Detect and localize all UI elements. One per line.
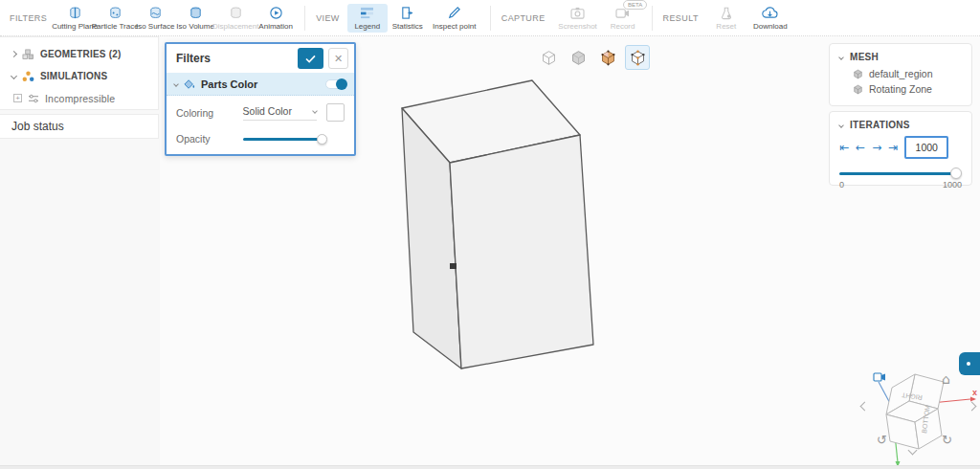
parts-color-toggle[interactable] (325, 79, 346, 89)
tree-item-geometries[interactable]: GEOMETRIES (2) (0, 43, 158, 65)
mesh-panel-header[interactable]: MESH (830, 44, 971, 66)
slider-handle[interactable] (317, 134, 327, 145)
parts-color-row[interactable]: Parts Color (167, 73, 354, 96)
model-box[interactable] (397, 72, 608, 378)
iterations-range: 0 1000 (830, 179, 971, 190)
toggle-knob (336, 78, 347, 90)
slider-track (839, 172, 958, 175)
chevron-down-icon (312, 108, 318, 114)
toolbar-separator (652, 6, 653, 31)
particle-trace-icon (108, 6, 122, 20)
mesh-panel-title: MESH (850, 52, 879, 62)
previous-iteration-button[interactable]: ← (856, 142, 865, 153)
mesh-panel: MESH default_region Rotating Zone (829, 43, 972, 106)
mesh-item-label: default_region (869, 68, 933, 79)
tool-displacement[interactable]: Displacement (215, 4, 256, 33)
toolbar-separator (304, 6, 305, 31)
next-iteration-button[interactable]: → (872, 142, 881, 153)
tool-label: Download (753, 22, 788, 31)
tool-label: Reset (716, 22, 736, 31)
apply-button[interactable] (298, 48, 323, 69)
coloring-dropdown[interactable]: Solid Color (243, 105, 318, 121)
tool-label: Record (611, 22, 635, 31)
record-icon: BETA (615, 6, 630, 20)
mesh-item-rotating-zone[interactable]: Rotating Zone (830, 81, 971, 97)
tool-iso-surface[interactable]: Iso Surface (135, 4, 175, 33)
tool-inspect-point[interactable]: Inspect point (428, 4, 481, 33)
tool-label: Inspect point (433, 22, 476, 31)
parts-color-label: Parts Color (201, 78, 320, 90)
tool-label: Screenshot (558, 22, 596, 31)
iterations-slider[interactable] (839, 168, 962, 179)
tool-iso-volume[interactable]: Iso Volume (175, 4, 215, 33)
tool-animation[interactable]: Animation (256, 4, 296, 33)
chevron-down-icon (838, 123, 844, 128)
tool-legend[interactable]: Legend (347, 4, 388, 33)
inspect-point-icon (447, 6, 461, 20)
simulations-icon (22, 71, 34, 82)
camera-icon[interactable] (873, 371, 886, 382)
home-view-button[interactable]: ⌂ (942, 372, 950, 386)
iterations-controls: ⇤ ← → ⇥ (830, 134, 971, 159)
tree-item-label: Incompressible (45, 93, 115, 104)
mesh-cube-icon (853, 84, 863, 95)
tool-label: Displacement (212, 22, 258, 31)
coloring-value: Solid Color (243, 105, 308, 117)
iterations-panel: ITERATIONS ⇤ ← → ⇥ 0 1000 (829, 111, 972, 186)
tune-icon (28, 94, 39, 103)
close-button[interactable]: ✕ (328, 48, 348, 69)
mesh-cube-icon (853, 69, 863, 79)
scene-tree-panel: GEOMETRIES (2) SIMULATIONS + Incompressi… (0, 36, 159, 110)
opacity-row: Opacity (176, 133, 345, 145)
last-iteration-button[interactable]: ⇥ (888, 142, 898, 153)
opacity-slider[interactable] (243, 134, 325, 145)
first-iteration-button[interactable]: ⇤ (839, 142, 849, 153)
color-swatch[interactable] (326, 103, 345, 122)
tool-record[interactable]: BETA Record (603, 4, 643, 33)
opacity-label: Opacity (176, 133, 243, 145)
expand-plus-icon[interactable]: + (13, 94, 22, 102)
iterations-max-label: 1000 (943, 180, 962, 190)
tree-item-simulations[interactable]: SIMULATIONS (0, 65, 158, 87)
view-mode-surface-mesh-button[interactable] (595, 45, 620, 70)
view-mode-surface-button[interactable] (566, 45, 590, 70)
iterations-input[interactable] (904, 136, 948, 159)
chevron-down-icon (173, 81, 179, 87)
slider-track (243, 138, 325, 141)
chat-dot (967, 362, 970, 366)
chevron-right-icon (11, 51, 17, 57)
job-status-panel[interactable]: Job status (0, 114, 159, 139)
coloring-label: Coloring (176, 107, 243, 119)
mesh-item-default-region[interactable]: default_region (830, 66, 971, 81)
tool-label: Iso Volume (176, 22, 214, 31)
tree-item-label: GEOMETRIES (2) (40, 49, 121, 59)
mesh-wireframe-cube-icon (630, 50, 646, 66)
check-icon (305, 55, 316, 63)
tool-cutting-plane[interactable]: Cutting Plane (55, 4, 95, 33)
tool-label: Iso Surface (136, 22, 174, 31)
tool-download[interactable]: Download (746, 4, 794, 33)
box-edge-feature (450, 263, 457, 269)
screenshot-icon (570, 6, 585, 20)
tool-reset[interactable]: Reset (706, 4, 746, 33)
cube-faces[interactable] (886, 374, 944, 449)
rotate-cw-button[interactable]: ↻ (942, 434, 952, 446)
rotate-ccw-button[interactable]: ↺ (877, 434, 887, 446)
slider-handle[interactable] (950, 168, 962, 179)
beta-badge: BETA (623, 0, 647, 10)
tool-particle-trace[interactable]: Particle Trace (95, 4, 135, 33)
tree-item-label: SIMULATIONS (40, 71, 107, 81)
tree-item-incompressible[interactable]: + Incompressible (0, 87, 158, 109)
view-mode-wireframe-button[interactable] (536, 45, 561, 70)
chat-bubble-button[interactable] (959, 352, 980, 375)
iterations-min-label: 0 (839, 180, 844, 190)
view-mode-mesh-wireframe-button[interactable] (625, 45, 650, 70)
tool-screenshot[interactable]: Screenshot (553, 4, 603, 33)
chevron-down-icon (11, 73, 17, 79)
view-mode-bar (536, 45, 650, 70)
tool-statistics[interactable]: Statistics (388, 4, 428, 33)
iterations-panel-header[interactable]: ITERATIONS (830, 112, 971, 134)
reset-icon (720, 6, 733, 20)
result-group-label: RESULT (663, 13, 699, 23)
filters-panel-header: Filters ✕ (167, 44, 354, 73)
